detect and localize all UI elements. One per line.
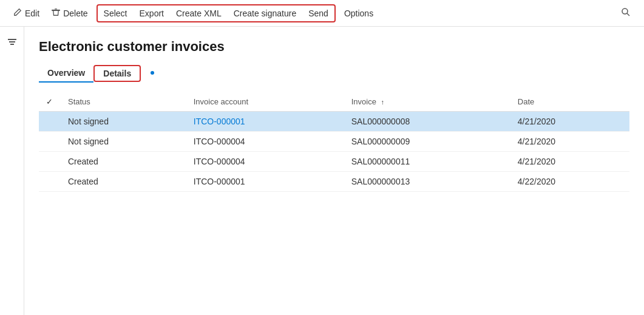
export-label: Export (140, 8, 164, 18)
tab-details[interactable]: Details (93, 65, 141, 82)
table-row[interactable]: CreatedITCO-000004SAL0000000114/21/2020 (39, 152, 629, 172)
select-button[interactable]: Select (98, 5, 134, 21)
row-status: Not signed (61, 132, 186, 152)
header-invoice[interactable]: Invoice ↑ (344, 92, 510, 112)
create-signature-label: Create signature (234, 8, 297, 18)
row-checkbox[interactable] (39, 132, 61, 152)
table-header-row: ✓ Status Invoice account Invoice ↑ Date (39, 92, 629, 112)
tab-overview[interactable]: Overview (39, 64, 93, 83)
row-status: Not signed (61, 112, 186, 132)
edit-button[interactable]: Edit (7, 4, 46, 22)
create-xml-label: Create XML (176, 8, 222, 18)
row-invoice-account[interactable]: ITCO-000001 (186, 112, 344, 132)
search-icon (621, 7, 631, 19)
toolbar: Edit Delete Select Export Create XML Cre… (0, 0, 644, 27)
row-checkbox[interactable] (39, 172, 61, 192)
main-layout: Electronic customer invoices Overview De… (0, 27, 644, 315)
options-label: Options (344, 8, 373, 18)
header-checkbox-col: ✓ (39, 92, 61, 112)
header-status: Status (61, 92, 186, 112)
row-date: 4/21/2020 (510, 152, 629, 172)
edit-icon (13, 8, 22, 18)
row-checkbox[interactable] (39, 152, 61, 172)
tab-overview-label: Overview (47, 68, 85, 78)
select-label: Select (104, 8, 127, 18)
table-row[interactable]: Not signedITCO-000001SAL0000000084/21/20… (39, 112, 629, 132)
page-title: Electronic customer invoices (39, 39, 629, 55)
row-invoice: SAL000000013 (344, 172, 510, 192)
header-invoice-account: Invoice account (186, 92, 344, 112)
tab-details-label: Details (103, 69, 131, 78)
options-button[interactable]: Options (338, 5, 379, 22)
delete-button[interactable]: Delete (46, 4, 93, 22)
row-invoice: SAL000000008 (344, 112, 510, 132)
create-signature-button[interactable]: Create signature (228, 5, 303, 21)
invoices-table: ✓ Status Invoice account Invoice ↑ Date … (39, 92, 629, 192)
row-invoice-account: ITCO-000004 (186, 132, 344, 152)
row-invoice: SAL000000009 (344, 132, 510, 152)
row-status: Created (61, 152, 186, 172)
row-date: 4/21/2020 (510, 132, 629, 152)
export-button[interactable]: Export (134, 5, 170, 21)
row-status: Created (61, 172, 186, 192)
svg-point-1 (622, 8, 628, 14)
delete-icon (52, 8, 60, 18)
create-xml-button[interactable]: Create XML (170, 5, 228, 21)
row-invoice-account: ITCO-000004 (186, 152, 344, 172)
highlighted-action-group: Select Export Create XML Create signatur… (97, 4, 336, 22)
tabs: Overview Details (39, 64, 629, 83)
row-invoice-account: ITCO-000001 (186, 172, 344, 192)
sidebar (0, 27, 24, 315)
main-content: Electronic customer invoices Overview De… (24, 27, 644, 315)
table-row[interactable]: Not signedITCO-000004SAL0000000094/21/20… (39, 132, 629, 152)
row-date: 4/21/2020 (510, 112, 629, 132)
send-button[interactable]: Send (302, 5, 334, 21)
header-date: Date (510, 92, 629, 112)
checkmark-icon: ✓ (46, 97, 53, 106)
row-checkbox[interactable] (39, 112, 61, 132)
tab-indicator-dot (151, 71, 154, 75)
edit-label: Edit (25, 8, 39, 18)
delete-label: Delete (63, 8, 87, 18)
send-label: Send (308, 8, 328, 18)
row-invoice: SAL000000011 (344, 152, 510, 172)
search-button[interactable] (615, 4, 637, 22)
row-date: 4/22/2020 (510, 172, 629, 192)
table-row[interactable]: CreatedITCO-000001SAL0000000134/22/2020 (39, 172, 629, 192)
svg-line-2 (627, 13, 629, 16)
filter-icon[interactable] (4, 34, 20, 52)
sort-arrow-icon: ↑ (381, 98, 385, 106)
